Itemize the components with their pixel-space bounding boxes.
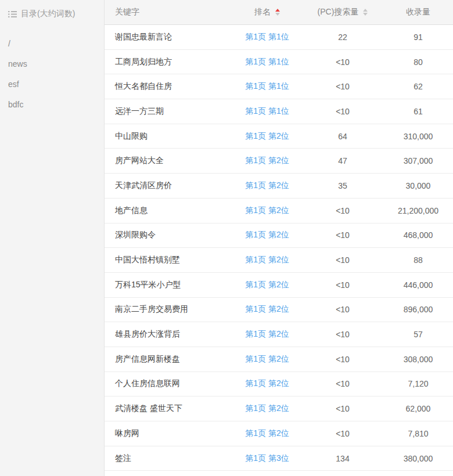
keyword-cell: 咻房网 [115, 428, 139, 439]
sidebar-items: / news esf bdfc [8, 34, 104, 115]
rank-link[interactable]: 第1页 第2位 [245, 329, 289, 340]
search-volume-cell: <10 [336, 230, 350, 240]
index-volume-cell: 61 [414, 107, 423, 116]
index-volume-cell: 310,000 [404, 132, 433, 141]
keyword-cell: 武清楼盘 盛世天下 [115, 403, 182, 414]
search-volume-cell: 47 [338, 156, 347, 165]
rank-link[interactable]: 第1页 第3位 [245, 453, 289, 464]
index-volume-cell: 446,000 [404, 280, 433, 290]
table-row: 谢国忠最新言论 第1页 第1位 22 91 [105, 25, 453, 50]
rank-link[interactable]: 第1页 第2位 [245, 304, 289, 315]
table-row: 南京二手房交易费用 第1页 第2位 <10 896,000 [105, 298, 453, 323]
search-volume-cell: <10 [336, 305, 350, 314]
rank-link[interactable]: 第1页 第2位 [245, 131, 289, 142]
column-header-index-volume-label: 收录量 [406, 7, 430, 17]
rank-link[interactable]: 第1页 第2位 [245, 181, 289, 191]
rank-link[interactable]: 第1页 第2位 [245, 428, 289, 439]
column-header-search-volume[interactable]: (PC)搜索量 [302, 7, 383, 17]
index-volume-cell: 21,200,000 [398, 206, 438, 215]
keyword-cell: 万科15平米小户型 [115, 280, 181, 290]
rank-link[interactable]: 第1页 第2位 [245, 403, 289, 414]
sort-arrows-rank[interactable] [275, 9, 280, 16]
keyword-cell: 深圳限购令 [115, 230, 156, 240]
table-header-row: 关键字 排名 (PC)搜索量 收录量 [105, 0, 453, 25]
index-volume-cell: 308,000 [404, 355, 433, 364]
rank-link[interactable]: 第1页 第2位 [245, 354, 289, 365]
column-header-rank[interactable]: 排名 [232, 7, 302, 17]
index-volume-cell: 380,000 [404, 454, 433, 463]
index-volume-cell: 62,000 [406, 404, 431, 413]
column-header-keyword: 关键字 [105, 7, 232, 17]
index-volume-cell: 88 [414, 255, 423, 265]
rank-link[interactable]: 第1页 第2位 [245, 255, 289, 265]
table-row: 房产信息网新楼盘 第1页 第2位 <10 308,000 [105, 347, 453, 372]
sort-arrows-search-volume[interactable] [363, 9, 368, 16]
column-header-search-volume-label: (PC)搜索量 [318, 7, 359, 17]
rank-link[interactable]: 第1页 第1位 [245, 57, 289, 67]
table-row: 深圳限购令 第1页 第2位 <10 468,000 [105, 223, 453, 248]
search-volume-cell: <10 [336, 429, 350, 438]
table-row: 恒大名都自住房 第1页 第1位 <10 62 [105, 74, 453, 99]
sort-desc-icon [275, 13, 280, 16]
keyword-cell: 南京二手房交易费用 [115, 304, 188, 315]
index-volume-cell: 7,120 [408, 379, 428, 388]
search-volume-cell: <10 [336, 107, 350, 116]
table-row: 签注 第1页 第3位 134 380,000 [105, 446, 453, 471]
keyword-cell: 地产信息 [115, 205, 148, 216]
sidebar-item-esf[interactable]: esf [8, 74, 104, 95]
rank-link[interactable]: 第1页 第1位 [245, 32, 289, 42]
keyword-cell: 工商局划归地方 [115, 57, 172, 67]
table-row: 远洋一方三期 第1页 第1位 <10 61 [105, 99, 453, 124]
sidebar-item-root[interactable]: / [8, 34, 104, 54]
table-row: 房产网站大全 第1页 第2位 47 307,000 [105, 149, 453, 174]
column-header-rank-label: 排名 [254, 7, 271, 17]
table-body: 谢国忠最新言论 第1页 第1位 22 91 工商局划归地方 第1页 第1位 <1… [105, 25, 453, 471]
rank-link[interactable]: 第1页 第2位 [245, 230, 289, 240]
index-volume-cell: 62 [414, 82, 423, 91]
sort-asc-icon [363, 9, 368, 12]
keyword-cell: 签注 [115, 453, 131, 464]
keyword-cell: 天津武清区房价 [115, 181, 172, 191]
search-volume-cell: <10 [336, 82, 350, 91]
table-row: 工商局划归地方 第1页 第1位 <10 80 [105, 50, 453, 75]
table-row: 中国大悟村镇别墅 第1页 第2位 <10 88 [105, 248, 453, 273]
rank-link[interactable]: 第1页 第2位 [245, 280, 289, 290]
sidebar-title-label: 目录(大约词数) [21, 9, 75, 19]
index-volume-cell: 91 [414, 33, 423, 42]
index-volume-cell: 7,810 [408, 429, 428, 438]
rank-link[interactable]: 第1页 第1位 [245, 106, 289, 117]
index-volume-cell: 80 [414, 57, 423, 67]
rank-link[interactable]: 第1页 第1位 [245, 81, 289, 92]
search-volume-cell: <10 [336, 255, 350, 265]
keyword-cell: 中山限购 [115, 131, 148, 142]
rank-link[interactable]: 第1页 第2位 [245, 205, 289, 216]
search-volume-cell: 35 [338, 181, 347, 190]
table-row: 武清楼盘 盛世天下 第1页 第2位 <10 62,000 [105, 396, 453, 421]
sidebar-item-bdfc[interactable]: bdfc [8, 95, 104, 115]
sort-asc-icon [275, 9, 280, 12]
keyword-cell: 中国大悟村镇别墅 [115, 255, 180, 265]
search-volume-cell: 22 [338, 33, 347, 42]
keyword-cell: 雄县房价大涨背后 [115, 329, 180, 340]
search-volume-cell: <10 [336, 330, 350, 339]
table-row: 天津武清区房价 第1页 第2位 35 30,000 [105, 174, 453, 199]
index-volume-cell: 307,000 [404, 156, 433, 165]
rank-link[interactable]: 第1页 第2位 [245, 378, 289, 389]
search-volume-cell: <10 [336, 404, 350, 413]
search-volume-cell: 134 [336, 454, 349, 463]
keyword-cell: 谢国忠最新言论 [115, 32, 172, 42]
column-header-index-volume: 收录量 [383, 7, 453, 17]
rank-link[interactable]: 第1页 第2位 [245, 156, 289, 166]
keyword-cell: 房产信息网新楼盘 [115, 354, 180, 365]
search-volume-cell: <10 [336, 355, 350, 364]
index-volume-cell: 30,000 [406, 181, 431, 190]
table-row: 雄县房价大涨背后 第1页 第2位 <10 57 [105, 322, 453, 347]
sidebar-item-news[interactable]: news [8, 54, 104, 74]
search-volume-cell: <10 [336, 206, 350, 215]
keyword-cell: 远洋一方三期 [115, 106, 164, 117]
list-icon [8, 10, 17, 18]
table-row: 地产信息 第1页 第2位 <10 21,200,000 [105, 199, 453, 223]
index-volume-cell: 896,000 [404, 305, 433, 314]
table-row: 万科15平米小户型 第1页 第2位 <10 446,000 [105, 273, 453, 298]
search-volume-cell: <10 [336, 57, 350, 67]
